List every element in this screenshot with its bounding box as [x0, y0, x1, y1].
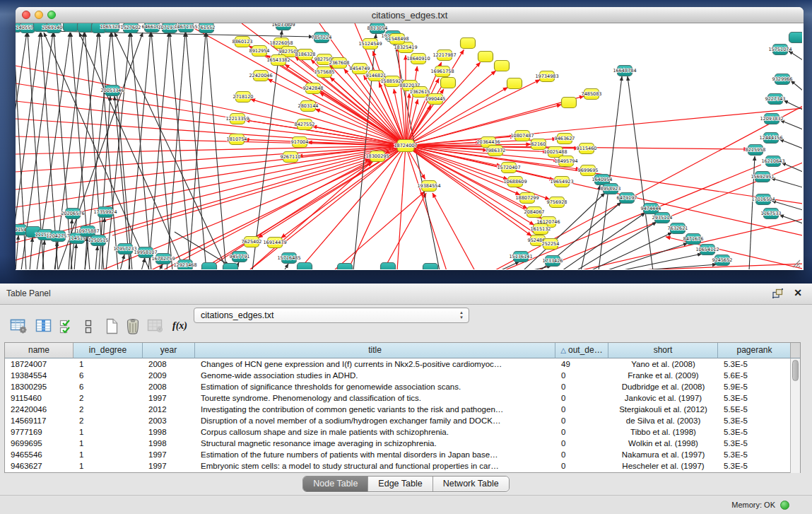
- graph-node-teal[interactable]: 14671355: [174, 23, 197, 33]
- graph-node-yellow[interactable]: 2367608: [329, 58, 350, 69]
- table-row[interactable]: 1938455462009Genome-wide association stu…: [5, 370, 800, 381]
- citation-network-graph[interactable]: 1405571720691406106532871527602646616110…: [16, 23, 802, 269]
- graph-node-yellow[interactable]: 1615132: [531, 224, 551, 235]
- table-source-selector[interactable]: citations_edges.txt ▲▼: [194, 308, 469, 323]
- graph-node-teal[interactable]: 8215958: [746, 145, 766, 156]
- graph-node-yellow[interactable]: 9115460: [577, 144, 597, 154]
- select-rows-icon[interactable]: [59, 317, 74, 335]
- graph-node-yellow[interactable]: 9242848: [303, 83, 324, 94]
- graph-node-yellow[interactable]: [507, 78, 522, 89]
- graph-node-teal[interactable]: [298, 263, 312, 270]
- cell-short[interactable]: Yano et al. (2008): [608, 358, 718, 370]
- graph-node-yellow[interactable]: 10688609: [503, 177, 526, 187]
- graph-node-teal[interactable]: 17016504: [751, 194, 775, 205]
- cell-year[interactable]: 1998: [143, 438, 195, 449]
- scrollbar-thumb[interactable]: [792, 360, 799, 381]
- citation-edge-red[interactable]: [150, 146, 406, 269]
- cell-short[interactable]: Stergiakouli et al. (2012): [608, 404, 718, 415]
- vertical-scrollbar[interactable]: [790, 358, 800, 473]
- graph-node-teal[interactable]: [381, 263, 396, 270]
- cell-year[interactable]: 1997: [143, 392, 195, 404]
- graph-node-yellow[interactable]: [495, 61, 510, 71]
- graph-node-yellow[interactable]: 8186328: [295, 49, 316, 60]
- citation-edge-red[interactable]: [383, 193, 426, 269]
- tab-network-table[interactable]: Network Table: [433, 477, 509, 491]
- graph-node-yellow[interactable]: 8427552: [295, 119, 315, 130]
- cell-title[interactable]: Estimation of the future numbers of pati…: [195, 449, 555, 460]
- graph-node-teal[interactable]: 20206576: [61, 209, 84, 219]
- cell-out_de[interactable]: 0: [555, 392, 608, 404]
- nodes-layer[interactable]: 1405571720691406106532871527602646616110…: [16, 23, 802, 269]
- citation-edge-black[interactable]: [120, 255, 124, 269]
- column-header-in_degree[interactable]: in_degree: [73, 343, 143, 358]
- column-header-title[interactable]: title: [195, 343, 555, 358]
- citation-edge-red[interactable]: [16, 119, 406, 146]
- column-header-pagerank[interactable]: pagerank: [718, 343, 792, 358]
- cell-title[interactable]: Corpus callosum shape and size in male p…: [195, 426, 555, 438]
- graph-node-teal[interactable]: 15716485: [277, 253, 300, 264]
- combo-stepper-icon[interactable]: ▲▼: [459, 310, 464, 320]
- column-header-year[interactable]: year: [143, 343, 195, 358]
- graph-node-teal[interactable]: 12444156: [759, 133, 782, 144]
- column-header-out_de[interactable]: △out_de…: [555, 343, 608, 358]
- graph-node-teal[interactable]: [202, 263, 217, 270]
- cell-title[interactable]: Changes of HCN gene expression and I(f) …: [195, 358, 555, 370]
- citation-edge-black[interactable]: [771, 178, 802, 187]
- graph-node-teal[interactable]: [789, 33, 803, 43]
- citation-edge-red[interactable]: [16, 146, 406, 243]
- graph-node-yellow[interactable]: 1990445: [425, 94, 446, 105]
- cell-pagerank[interactable]: 5.5E-5: [718, 404, 792, 415]
- row-height-icon[interactable]: [84, 317, 93, 335]
- cell-out_de[interactable]: 0: [555, 438, 608, 449]
- cell-out_de[interactable]: 0: [555, 449, 608, 460]
- cell-in_degree[interactable]: 1: [73, 358, 143, 370]
- import-table-icon[interactable]: [147, 317, 163, 335]
- cell-out_de[interactable]: 0: [555, 415, 608, 426]
- window-titlebar[interactable]: citations_edges.txt: [16, 7, 804, 23]
- table-row[interactable]: 911546021997Tourette syndrome. Phenomeno…: [5, 392, 800, 404]
- graph-node-teal[interactable]: 16648784: [613, 66, 636, 76]
- cell-in_degree[interactable]: 1: [73, 449, 143, 460]
- graph-node-yellow[interactable]: 7986372: [486, 146, 506, 156]
- cell-name[interactable]: 22420046: [5, 404, 73, 415]
- cell-pagerank[interactable]: 5.3E-5: [718, 438, 792, 449]
- graph-node-yellow[interactable]: 9699695: [578, 165, 599, 176]
- cell-title[interactable]: Structural magnetic resonance image aver…: [195, 438, 555, 449]
- citation-edge-red[interactable]: [16, 146, 406, 207]
- cell-name[interactable]: 9465546: [5, 449, 73, 460]
- citation-edge-red[interactable]: [16, 136, 406, 146]
- citation-edge-black[interactable]: [74, 244, 76, 269]
- graph-node-teal[interactable]: [223, 264, 238, 270]
- node-table[interactable]: namein_degreeyeartitle△out_de…shortpager…: [4, 342, 801, 473]
- cell-name[interactable]: 19384554: [5, 370, 73, 381]
- network-canvas[interactable]: 1405571720691406106532871527602646616110…: [16, 23, 802, 269]
- graph-node-yellow[interactable]: [441, 78, 456, 88]
- graph-node-yellow[interactable]: 1810754: [227, 134, 247, 145]
- tab-edge-table[interactable]: Edge Table: [368, 477, 433, 491]
- cell-title[interactable]: Disruption of a novel member of a sodium…: [195, 415, 555, 426]
- citation-edge-black[interactable]: [30, 238, 33, 269]
- table-row[interactable]: 946362711997Embryonic stem cells: a mode…: [5, 460, 800, 472]
- graph-node-teal[interactable]: 16033809: [271, 23, 295, 30]
- graph-node-yellow[interactable]: 62160: [531, 139, 546, 150]
- cell-name[interactable]: 9463627: [5, 460, 73, 472]
- citation-edge-black[interactable]: [780, 120, 802, 129]
- cell-out_de[interactable]: 0: [555, 404, 608, 415]
- float-window-icon[interactable]: [772, 288, 784, 302]
- cell-in_degree[interactable]: 2: [73, 415, 143, 426]
- graph-node-yellow[interactable]: 8860123: [233, 37, 253, 47]
- cell-in_degree[interactable]: 6: [73, 381, 143, 392]
- graph-node-teal[interactable]: [78, 23, 93, 33]
- graph-node-teal[interactable]: 12923468: [173, 260, 196, 270]
- cell-short[interactable]: Jankovic et al. (1997): [608, 392, 718, 404]
- graph-node-yellow[interactable]: 2803144: [298, 101, 319, 112]
- cell-in_degree[interactable]: 1: [73, 460, 143, 472]
- graph-node-yellow[interactable]: [478, 52, 493, 62]
- cell-title[interactable]: Genome-wide association studies in ADHD.: [195, 370, 555, 381]
- cell-year[interactable]: 1998: [143, 426, 195, 438]
- table-row[interactable]: 969969511998Structural magnetic resonanc…: [5, 438, 800, 449]
- citation-edge-red[interactable]: [406, 108, 802, 146]
- cell-title[interactable]: Embryonic stem cells: a model to study s…: [195, 460, 555, 472]
- cell-out_de[interactable]: 0: [555, 426, 608, 438]
- graph-node-yellow[interactable]: 9756928: [547, 197, 567, 208]
